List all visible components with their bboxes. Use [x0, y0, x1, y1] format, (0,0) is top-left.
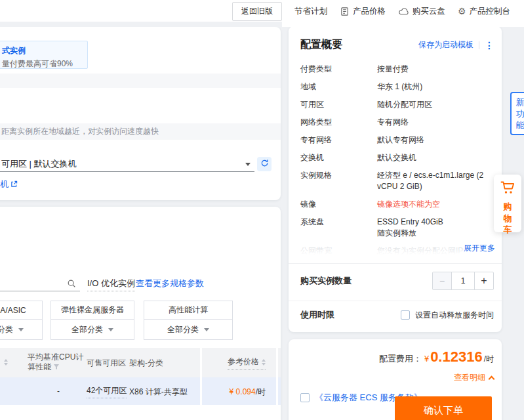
chevron-down-icon: [245, 163, 251, 166]
category-title[interactable]: 弹性裸金属服务器: [50, 301, 134, 320]
refresh-button[interactable]: [257, 157, 272, 171]
instance-config-card: 式实例 量付费最高可省90% 距离实例所在地域越近，对实例访问速度越快 可用区 …: [0, 27, 281, 200]
field-instance-type: 实例规格 经济型 e / ecs.e-c1m1.large (2 vCPU 2 …: [300, 170, 494, 192]
price-col-label: 参考价格: [228, 356, 259, 368]
field-network-type: 网络类型 专有网络: [300, 117, 494, 128]
category-select[interactable]: 分类: [0, 320, 43, 340]
category-select-value: 全部分类: [71, 324, 103, 335]
buy-cloud-disk-label: 购买云盘: [413, 6, 445, 17]
confirm-order-button[interactable]: 确认下单: [395, 396, 492, 420]
more-menu-icon[interactable]: ⋮: [485, 41, 494, 50]
cell-architecture: X86 计算-共享型: [129, 387, 188, 398]
spec-table-header: 平均基准CPU计 算性能 可售可用区 架构-分类 参考价格: [0, 348, 281, 377]
category-select[interactable]: 全部分类: [144, 320, 233, 340]
field-value: 默认交换机: [377, 152, 494, 163]
view-details-label: 查看明细: [454, 372, 485, 383]
terms-checkbox[interactable]: [300, 393, 310, 402]
field-billing-type: 付费类型 按量付费: [300, 64, 494, 75]
fee-amount: 0.12316: [430, 348, 483, 366]
category-card-hpc[interactable]: 高性能计算 全部分类: [144, 301, 233, 340]
chevron-down-icon: [204, 328, 209, 331]
menu-item-product-console[interactable]: ⚙ 产品控制台: [458, 6, 510, 17]
switch-console-link[interactable]: 机: [0, 178, 18, 190]
category-card-bare-metal[interactable]: 弹性裸金属服务器 全部分类: [50, 301, 134, 340]
col-header-reference-price[interactable]: 参考价格: [228, 356, 266, 370]
new-feature-label: 新功能: [515, 96, 524, 131]
category-card-gpu-fpga-asic[interactable]: GA/ASIC 分类: [0, 301, 43, 340]
field-label: 系统盘: [300, 217, 377, 239]
divider: [479, 41, 479, 49]
menu-item-product-price[interactable]: 产品价格: [340, 6, 386, 17]
cpu-col-line2: 算性能: [28, 362, 51, 371]
auto-release-checkbox[interactable]: [401, 310, 410, 320]
menu-item-buy-disk[interactable]: 购买云盘: [398, 6, 445, 17]
sort-icon[interactable]: [4, 359, 8, 366]
more-specs-link[interactable]: 查看更多规格参数: [136, 278, 204, 289]
field-value: 随机分配可用区: [377, 99, 494, 110]
quantity-stepper[interactable]: − 1 +: [432, 272, 494, 290]
purchase-quantity-row: 购买实例数量 − 1 +: [289, 264, 502, 298]
category-title[interactable]: GA/ASIC: [0, 301, 43, 320]
chevron-down-icon: [18, 328, 24, 331]
table-row-instance-type[interactable]: - 42个可用区 X86 计算-共享型 ¥ 0.094/时: [0, 377, 281, 405]
config-summary-card: 配置概要 保存为启动模板 ⋮ 付费类型 按量付费 地域 华东 1 (杭州) 可用…: [289, 26, 502, 332]
menu-item-saving-plan[interactable]: 节省计划: [294, 6, 327, 17]
cell-available-zones[interactable]: 42个可用区: [87, 385, 127, 398]
quantity-decrease-button[interactable]: −: [433, 272, 452, 289]
cpu-col-line1: 平均基准CPU计: [28, 352, 83, 362]
col-header-architecture: 架构-分类: [129, 358, 163, 369]
field-label: 交换机: [300, 152, 377, 163]
category-title[interactable]: 高性能计算: [144, 301, 233, 320]
field-value: 专有网络: [377, 117, 494, 128]
field-system-disk: 系统盘 ESSD Entry 40GiB 随实例释放: [300, 217, 494, 239]
saving-plan-label: 节省计划: [294, 6, 327, 17]
zone-switch-select[interactable]: 可用区 | 默认交换机: [0, 156, 254, 172]
expand-more-link[interactable]: 展开更多: [464, 243, 495, 254]
shopping-cart-widget[interactable]: 购物车: [494, 175, 521, 232]
col-header-cpu-performance[interactable]: 平均基准CPU计 算性能: [28, 352, 88, 373]
zone-switch-select-value: 可用区 | 默认交换机: [0, 158, 77, 170]
product-console-label: 产品控制台: [470, 6, 511, 17]
save-launch-template-link[interactable]: 保存为启动模板: [418, 39, 474, 51]
back-to-old-version-button[interactable]: 返回旧版: [232, 2, 282, 21]
price-amount: ¥ 0.094: [230, 387, 256, 396]
spot-callout-title: 式实例: [2, 45, 82, 56]
spec-search-input[interactable]: [0, 276, 80, 291]
field-value-error: 镜像选项不能为空: [377, 199, 494, 210]
new-feature-tab[interactable]: 新功能: [510, 92, 524, 135]
field-zone: 可用区 随机分配可用区: [300, 99, 494, 110]
cloud-icon: [398, 7, 409, 16]
column-divider: [276, 348, 278, 405]
quantity-increase-button[interactable]: +: [474, 272, 493, 289]
field-label: 实例规格: [300, 170, 377, 192]
field-label: 镜像: [300, 199, 377, 210]
field-label: 网络类型: [300, 117, 377, 128]
chevron-down-icon: [108, 328, 113, 331]
sort-icon[interactable]: [262, 359, 266, 366]
config-fee-row: 配置费用： ¥ 0.12316 /时: [300, 348, 494, 366]
category-select-value: 分类: [0, 324, 13, 335]
summary-title: 配置概要: [300, 38, 342, 52]
col-header-available-zones: 可售可用区: [87, 358, 126, 369]
fee-label: 配置费用：: [379, 353, 422, 365]
region-hint-text: 距离实例所在地域越近，对实例访问速度越快: [0, 123, 281, 140]
auto-release-label: 设置自动释放服务时间: [415, 310, 494, 321]
quantity-value[interactable]: 1: [452, 272, 474, 289]
currency-symbol: ¥: [424, 354, 429, 364]
category-select[interactable]: 全部分类: [50, 320, 134, 340]
filter-icon[interactable]: [53, 363, 60, 372]
left-pane-top-strip: [0, 22, 282, 27]
switch-link-label: 机: [0, 178, 9, 190]
price-unit: /时: [256, 387, 266, 396]
spot-instance-callout: 式实例 量付费最高可省90%: [0, 41, 88, 69]
search-icon: [67, 279, 76, 288]
field-label: 可用区: [300, 99, 377, 110]
io-optimized-label[interactable]: I/O 优化实例: [87, 278, 135, 291]
instance-type-card: I/O 优化实例 查看更多规格参数 GA/ASIC 分类 弹性裸金属服务器 全部…: [0, 207, 281, 420]
cart-icon: [500, 180, 516, 198]
field-label: 付费类型: [300, 64, 377, 75]
view-details-link[interactable]: 查看明细: [300, 372, 494, 383]
cell-reference-price: ¥ 0.094/时: [230, 387, 266, 398]
section-band: [0, 74, 281, 88]
product-price-label: 产品价格: [353, 6, 386, 17]
